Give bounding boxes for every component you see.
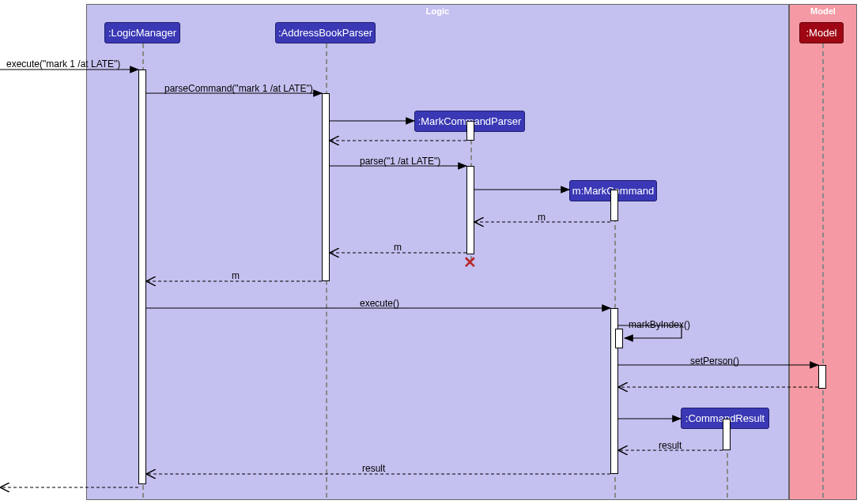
msg-m-return1: m bbox=[538, 212, 546, 223]
activation-markcommand-1 bbox=[610, 190, 618, 221]
msg-result-return2: result bbox=[362, 463, 385, 474]
msg-setperson: setPerson() bbox=[690, 355, 739, 367]
region-logic-title: Logic bbox=[87, 6, 788, 16]
activation-logicmanager bbox=[138, 70, 146, 484]
lifeline-model bbox=[822, 43, 824, 498]
region-model-title: Model bbox=[790, 6, 856, 16]
msg-execute-in: execute("mark 1 /at LATE") bbox=[6, 58, 120, 70]
msg-m-return2: m bbox=[394, 242, 402, 253]
participant-model: :Model bbox=[799, 22, 844, 43]
msg-result-return1: result bbox=[659, 440, 682, 451]
activation-addressbookparser bbox=[322, 93, 330, 281]
activation-markcommandparser-2 bbox=[466, 166, 474, 254]
participant-logicmanager: :LogicManager bbox=[104, 22, 180, 43]
activation-markcommand-sub bbox=[615, 329, 623, 348]
msg-parsecommand: parseCommand("mark 1 /at LATE") bbox=[164, 83, 313, 94]
msg-parse: parse("1 /at LATE") bbox=[360, 156, 440, 167]
activation-commandresult bbox=[723, 419, 731, 450]
participant-addressbookparser: :AddressBookParser bbox=[275, 22, 376, 43]
activation-markcommandparser-1 bbox=[466, 121, 474, 141]
msg-m-return3: m bbox=[232, 270, 240, 281]
destroy-icon: ✕ bbox=[463, 253, 477, 272]
msg-markbyindex: markByIndex() bbox=[629, 319, 690, 330]
activation-model bbox=[818, 365, 826, 389]
msg-execute: execute() bbox=[360, 298, 399, 309]
